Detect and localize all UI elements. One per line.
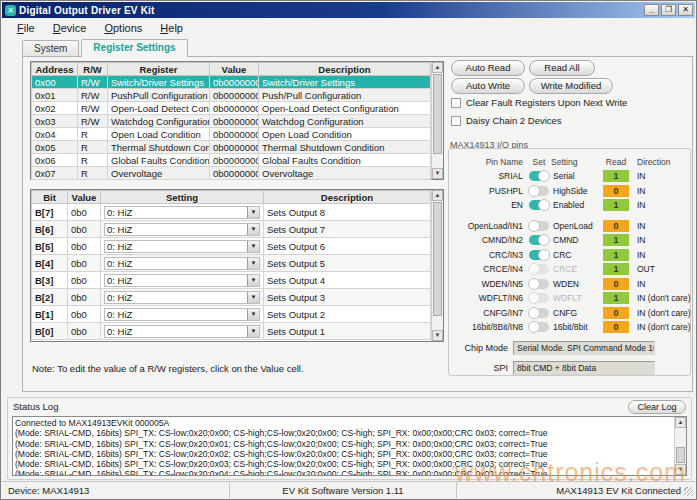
register-cell[interactable]: 0b00000000 [210,76,259,89]
scroll-up-icon[interactable]: ▲ [675,417,686,428]
tab-system[interactable]: System [22,40,79,56]
register-cell[interactable]: 0b00000000 [210,89,259,102]
dropdown-arrow-icon[interactable]: ▼ [247,292,259,303]
clear-fault-checkbox-label: Clear Fault Registers Upon Next Write [466,97,627,108]
register-row-0x06[interactable]: 0x06RGlobal Faults Condition0b00000000Gl… [32,154,431,167]
register-cell[interactable]: 0b00000000 [210,102,259,115]
setting-dropdown[interactable]: 0: HiZ▼ [104,223,260,236]
read-all-button[interactable]: Read All [529,60,595,76]
scrollbar-thumb[interactable] [676,447,685,463]
io-pin-row-wdflt-in6: WDFLT/IN6WDFLT1IN (don't care) [449,291,690,306]
pin-direction-label: IN [631,186,686,196]
register-row-0x00[interactable]: 0x00R/WSwitch/Driver Settings0b00000000S… [32,76,431,89]
io-pin-row-16bit-8bit-in8: 16bit/8Bit/IN816bit/8bit0IN (don't care) [449,320,690,335]
toggle-pushpl[interactable] [529,186,549,196]
scroll-up-icon[interactable]: ▲ [432,190,443,201]
dropdown-arrow-icon[interactable]: ▼ [247,241,259,252]
register-cell[interactable]: 0b00000000 [210,167,259,180]
register-table-scrollbar[interactable]: ▲ ▼ [431,62,443,179]
pin-setting-label: OpenLoad [551,221,601,231]
toggle-srial[interactable] [529,171,549,181]
io-pin-row-en: ENEnabled1IN [449,198,690,213]
toggle-crc-in3[interactable] [529,250,549,260]
bit-table-scrollbar[interactable]: ▲ ▼ [431,190,443,341]
resize-grip[interactable] [684,487,693,496]
toggle-cmnd-in2[interactable] [529,235,549,245]
register-cell: 0x01 [32,89,78,102]
status-log-box[interactable]: Connected to MAX14913EVKit 000005A(Mode:… [12,416,687,476]
bit-description-cell: Sets Output 4 [264,272,431,289]
register-table: AddressR/WRegisterValueDescription 0x00R… [30,61,444,180]
bit-description-cell: Sets Output 5 [264,255,431,272]
clear-fault-checkbox[interactable] [451,98,461,108]
auto-write-button[interactable]: Auto Write [451,78,525,94]
header-set: Set [527,157,551,167]
bit-value-cell: 0b0 [68,306,101,323]
bit-value-cell: 0b0 [68,238,101,255]
register-row-0x01[interactable]: 0x01R/WPushPull Configuration0b00000000P… [32,89,431,102]
dropdown-arrow-icon[interactable]: ▼ [247,207,259,218]
dropdown-arrow-icon[interactable]: ▼ [247,326,259,337]
register-row-0x03[interactable]: 0x03R/WWatchdog Configuration0b00000000W… [32,115,431,128]
header-pin-name: Pin Name [455,157,527,167]
scroll-up-icon[interactable]: ▲ [432,62,443,73]
read-badge: 0 [603,307,629,319]
register-row-0x07[interactable]: 0x07ROvervoltage0b00000000Overvoltage [32,167,431,180]
log-scrollbar[interactable]: ▲ ▼ [674,417,686,475]
column-header-description: Description [264,191,431,204]
clear-log-button[interactable]: Clear Log [628,400,686,414]
bit-name-cell: B[5] [32,238,68,255]
scrollbar-thumb[interactable] [433,74,442,154]
bit-description-cell: Sets Output 2 [264,306,431,323]
dropdown-arrow-icon[interactable]: ▼ [247,309,259,320]
scrollbar-thumb[interactable] [433,202,442,316]
tab-register-settings[interactable]: Register Settings [81,39,187,57]
status-device: Device: MAX14913 [2,482,230,498]
bit-setting-cell: 0: HiZ▼ [101,323,264,340]
toggle-knob-icon [538,199,550,211]
toggle-wden-in5[interactable] [529,279,549,289]
pin-direction-label: IN (don't care) [631,308,691,318]
column-header-setting: Setting [101,191,264,204]
scroll-down-icon[interactable]: ▼ [675,464,686,475]
register-cell: 0x02 [32,102,78,115]
auto-read-button[interactable]: Auto Read [451,60,525,76]
spi-mode-row: SPI 8bit CMD + 8bit Data [455,361,680,375]
dropdown-arrow-icon[interactable]: ▼ [247,258,259,269]
setting-dropdown[interactable]: 0: HiZ▼ [104,274,260,287]
bit-value-cell: 0b0 [68,272,101,289]
write-modified-button[interactable]: Write Modified [529,78,613,94]
minimize-button[interactable]: _ [644,4,659,16]
scroll-down-icon[interactable]: ▼ [432,330,443,341]
register-row-0x05[interactable]: 0x05RThermal Shutdown Con...0b00000000Th… [32,141,431,154]
setting-dropdown[interactable]: 0: HiZ▼ [104,240,260,253]
setting-dropdown[interactable]: 0: HiZ▼ [104,291,260,304]
menu-device[interactable]: Device [44,20,96,36]
setting-dropdown[interactable]: 0: HiZ▼ [104,206,260,219]
maximize-button[interactable]: ❐ [661,4,676,16]
register-cell[interactable]: 0b00000000 [210,154,259,167]
toggle-cnfg-in7[interactable] [529,308,549,318]
register-cell[interactable]: 0b00000000 [210,128,259,141]
dropdown-arrow-icon[interactable]: ▼ [247,224,259,235]
scroll-down-icon[interactable]: ▼ [432,168,443,179]
menu-options[interactable]: Options [95,20,151,36]
register-cell[interactable]: 0b00000000 [210,115,259,128]
setting-dropdown[interactable]: 0: HiZ▼ [104,325,260,338]
daisy-chain-checkbox[interactable] [451,116,461,126]
menu-help[interactable]: Help [151,20,192,36]
setting-dropdown[interactable]: 0: HiZ▼ [104,257,260,270]
setting-dropdown[interactable]: 0: HiZ▼ [104,308,260,321]
toggle-knob-icon [528,220,540,232]
toggle-openload-in1[interactable] [529,221,549,231]
pin-direction-label: IN (don't care) [631,322,691,332]
close-button[interactable]: ✕ [678,4,693,16]
register-cell[interactable]: 0b00000000 [210,141,259,154]
pin-setting-label: 16bit/8bit [551,322,601,332]
register-row-0x04[interactable]: 0x04ROpen Load Condition0b00000000Open L… [32,128,431,141]
dropdown-arrow-icon[interactable]: ▼ [247,275,259,286]
toggle-en[interactable] [529,200,549,210]
register-row-0x02[interactable]: 0x02R/WOpen-Load Detect Confi...0b000000… [32,102,431,115]
toggle-16bit-8bit-in8[interactable] [529,322,549,332]
menu-file[interactable]: File [8,20,44,36]
